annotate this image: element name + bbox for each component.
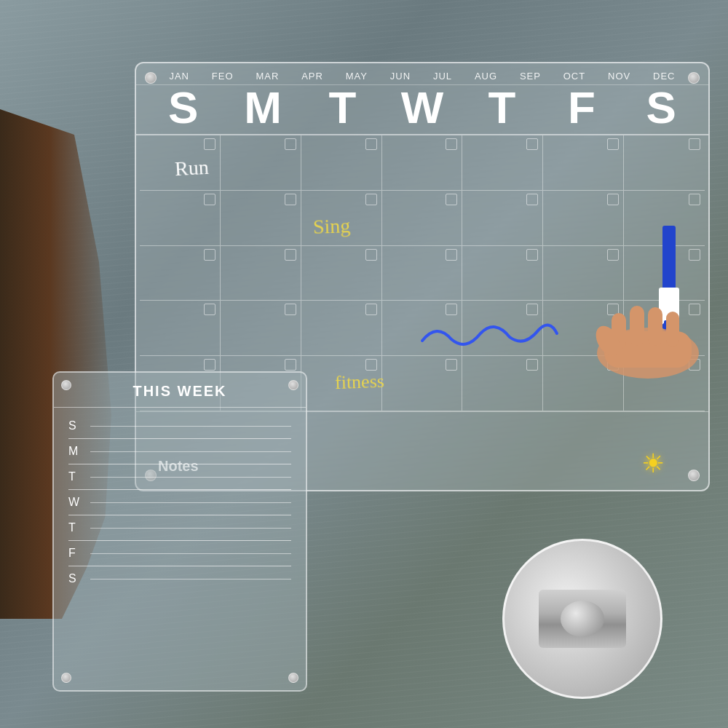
cal-cell-r1c5[interactable] [462, 135, 543, 191]
month-row: JAN FEO MAR APR MAY JUN JUL AUG SEP OCT … [136, 63, 708, 84]
weekly-title: THIS WEEK [54, 373, 306, 408]
cal-cell-r3c2[interactable] [221, 246, 301, 301]
cal-cell-r4c1[interactable] [140, 301, 221, 356]
weekly-day-line-f [90, 553, 291, 554]
month-jan: JAN [169, 71, 189, 82]
weekly-day-sunday[interactable]: S [68, 414, 291, 439]
svg-rect-0 [662, 226, 676, 291]
run-handwriting: Run [174, 156, 209, 181]
cal-cell-r3c3[interactable] [301, 246, 382, 301]
svg-rect-7 [630, 306, 644, 346]
weekly-board: THIS WEEK S M T W T F S [52, 371, 307, 692]
weekly-day-line-t1 [90, 477, 291, 478]
weekly-day-letter-m: M [68, 445, 90, 458]
month-apr: APR [301, 71, 323, 82]
weekly-day-wednesday[interactable]: W [68, 490, 291, 515]
fitness-handwriting: fitness [334, 371, 384, 394]
month-may: MAY [346, 71, 368, 82]
screw-top-left [145, 72, 157, 84]
cal-cell-r2c5[interactable] [462, 191, 543, 246]
weekly-day-tuesday[interactable]: T [68, 464, 291, 490]
cal-cell-r1c2[interactable] [221, 135, 301, 191]
month-jul: JUL [433, 71, 452, 82]
cal-cell-r3c5[interactable] [462, 246, 543, 301]
cal-cell-r2c1[interactable] [140, 191, 221, 246]
day-header-f: F [542, 85, 621, 130]
svg-rect-9 [666, 312, 679, 347]
sun-icon: ☀ [638, 448, 668, 479]
month-mar: MAR [256, 71, 279, 82]
weekly-day-letter-f: F [68, 547, 90, 560]
weekly-day-friday[interactable]: F [68, 541, 291, 566]
cal-cell-r3c4[interactable] [382, 246, 463, 301]
mount-hardware [539, 590, 626, 648]
month-nov: NOV [608, 71, 630, 82]
cal-cell-r2c4[interactable] [382, 191, 463, 246]
blue-scribble-drawing [415, 312, 561, 355]
weekly-day-line-t2 [90, 528, 291, 529]
cal-cell-r2c2[interactable] [221, 191, 301, 246]
cal-cell-r4c3[interactable] [301, 301, 382, 356]
day-header-t1: T [303, 85, 382, 130]
month-feo: FEO [212, 71, 234, 82]
month-dec: DEC [653, 71, 675, 82]
month-oct: OCT [563, 71, 585, 82]
day-header-t2: T [462, 85, 542, 130]
month-sep: SEP [520, 71, 541, 82]
weekly-day-monday[interactable]: M [68, 439, 291, 464]
day-header-s2: S [622, 85, 701, 130]
weekly-screw-tr [288, 380, 298, 390]
weekly-day-letter-s2: S [68, 572, 90, 585]
day-header-w: W [382, 85, 462, 130]
day-header-s1: S [143, 85, 223, 130]
screw-top-right [688, 72, 700, 84]
cal-cell-r1c7[interactable] [624, 135, 705, 191]
marker-hand-drawing [575, 218, 721, 386]
cal-cell-r3c1[interactable] [140, 246, 221, 301]
weekly-day-letter-s1: S [68, 419, 90, 432]
weekly-day-line-s1 [90, 426, 291, 427]
weekly-day-letter-t2: T [68, 521, 90, 534]
weekly-screw-tl [61, 380, 71, 390]
day-header-row: S M T W T F S [136, 84, 708, 135]
weekly-day-line-m [90, 451, 291, 452]
weekly-day-line-s2 [90, 579, 291, 579]
month-aug: AUG [475, 71, 497, 82]
svg-rect-8 [648, 307, 662, 346]
sing-handwriting: Sing [312, 214, 350, 239]
weekly-screw-bl [61, 673, 71, 683]
weekly-day-letter-t1: T [68, 470, 90, 483]
cal-cell-r1c6[interactable] [543, 135, 624, 191]
magnetic-mount [502, 539, 662, 699]
weekly-day-letter-w: W [68, 496, 90, 509]
cal-cell-r4c2[interactable] [221, 301, 301, 356]
weekly-day-thursday[interactable]: T [68, 515, 291, 541]
month-jun: JUN [390, 71, 411, 82]
cal-cell-r1c4[interactable] [382, 135, 463, 191]
cal-cell-r5c5[interactable] [462, 356, 543, 411]
weekly-day-saturday[interactable]: S [68, 566, 291, 591]
cal-cell-r1c3[interactable] [301, 135, 382, 191]
day-header-m: M [223, 85, 302, 130]
weekly-days-list: S M T W T F S [54, 408, 306, 597]
weekly-screw-br [288, 673, 298, 683]
weekly-day-line-w [90, 502, 291, 503]
cal-cell-r5c4[interactable] [382, 356, 463, 411]
